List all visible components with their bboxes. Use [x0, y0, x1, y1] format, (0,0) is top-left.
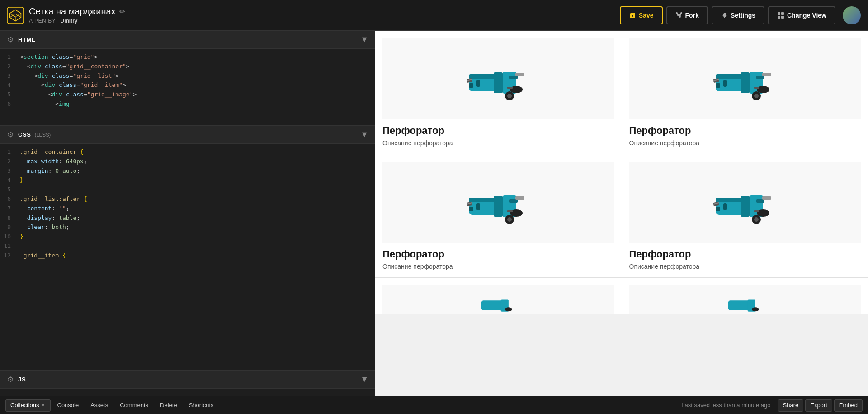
shortcuts-button[interactable]: Shortcuts: [184, 399, 219, 412]
product-image: [713, 47, 777, 110]
code-line: display: table;: [20, 214, 371, 223]
code-line: }: [20, 176, 371, 185]
code-line: <div class="grid__image">: [20, 90, 371, 100]
preview-row: Перфоратор Описание перфоратора: [375, 31, 868, 154]
css-code-content[interactable]: .grid__container { max-width: 640px; mar…: [16, 144, 375, 370]
html-collapse-button[interactable]: ▼: [360, 35, 368, 44]
comments-label: Comments: [120, 402, 148, 409]
assets-label: Assets: [90, 402, 108, 409]
topbar-actions: Save Fork Settings Change View: [620, 6, 861, 24]
svg-rect-46: [476, 203, 480, 210]
editor-panel: ⚙ HTML ▼ 123456 <section class="grid"> <…: [0, 31, 375, 396]
assets-button[interactable]: Assets: [85, 399, 113, 412]
delete-button[interactable]: Delete: [155, 399, 182, 412]
svg-rect-5: [631, 13, 633, 14]
product-desc: Описание перфоратора: [629, 263, 861, 270]
svg-rect-32: [723, 80, 727, 87]
svg-rect-18: [476, 80, 480, 87]
save-button[interactable]: Save: [620, 6, 663, 24]
settings-button[interactable]: Settings: [712, 6, 764, 24]
product-title: Перфоратор: [629, 248, 861, 260]
css-editor-section: ⚙ CSS (LESS) ▼ 123456 789101112 .grid__c…: [0, 126, 375, 371]
svg-rect-59: [741, 196, 750, 217]
svg-point-23: [507, 94, 512, 98]
product-item: [622, 278, 868, 314]
code-line: [20, 242, 371, 251]
js-gear-icon[interactable]: ⚙: [6, 376, 14, 384]
product-image-area: [382, 38, 614, 119]
main-area: ⚙ HTML ▼ 123456 <section class="grid"> <…: [0, 31, 868, 396]
avatar[interactable]: [843, 6, 861, 24]
html-section-header: ⚙ HTML ▼: [0, 31, 375, 49]
embed-button[interactable]: Embed: [834, 399, 863, 412]
code-line: [20, 185, 371, 195]
product-image: [480, 285, 516, 314]
css-line-numbers: 123456 789101112: [0, 144, 16, 370]
edit-title-icon[interactable]: ✏: [119, 7, 125, 16]
svg-point-37: [754, 94, 759, 98]
code-line: <div class="grid__item">: [20, 81, 371, 90]
collections-button[interactable]: Collections ▼: [5, 399, 51, 412]
svg-rect-13: [509, 76, 518, 79]
html-line-numbers: 123456: [0, 49, 16, 125]
svg-rect-56: [762, 196, 771, 200]
svg-rect-33: [716, 83, 720, 88]
svg-rect-16: [507, 87, 513, 89]
export-label: Export: [810, 402, 827, 409]
bottombar: Collections ▼ Console Assets Comments De…: [0, 396, 868, 414]
share-button[interactable]: Share: [778, 399, 804, 412]
change-view-button[interactable]: Change View: [768, 6, 835, 24]
console-button[interactable]: Console: [52, 399, 84, 412]
embed-label: Embed: [839, 402, 858, 409]
product-image-area: [629, 285, 861, 314]
code-line: .grid__item {: [20, 251, 371, 261]
html-code-area[interactable]: 123456 <section class="grid"> <div class…: [0, 49, 375, 125]
product-desc: Описание перфоратора: [382, 139, 614, 147]
svg-point-71: [752, 307, 759, 311]
pen-subtitle: A PEN BY Dmitry: [29, 18, 620, 24]
css-collapse-button[interactable]: ▼: [360, 130, 368, 139]
save-icon: [629, 12, 636, 19]
svg-rect-31: [741, 72, 750, 93]
svg-rect-17: [494, 72, 503, 93]
code-line: margin: 0 auto;: [20, 167, 371, 176]
product-image: [727, 285, 763, 314]
title-area: Сетка на марджинах ✏ A PEN BY Dmitry: [29, 6, 620, 24]
product-image-area: [382, 285, 614, 314]
code-line: <div class="grid__list">: [20, 71, 371, 81]
export-button[interactable]: Export: [805, 399, 832, 412]
product-image: [467, 171, 530, 234]
product-title: Перфоратор: [382, 248, 614, 260]
preview-row: Перфоратор Описание перфоратора: [375, 154, 868, 278]
svg-point-65: [754, 217, 759, 222]
product-image: [713, 171, 777, 234]
fork-button[interactable]: Fork: [666, 6, 708, 24]
svg-rect-55: [756, 199, 764, 203]
js-collapse-button[interactable]: ▼: [360, 375, 368, 384]
svg-rect-7: [781, 12, 784, 15]
css-gear-icon[interactable]: ⚙: [6, 131, 14, 139]
js-editor-section: ⚙ JS ▼: [0, 371, 375, 396]
code-line: <section class="grid">: [20, 52, 371, 62]
svg-rect-6: [778, 12, 780, 15]
svg-rect-45: [494, 196, 503, 217]
product-item: Перфоратор Описание перфоратора: [622, 31, 868, 154]
change-view-icon: [777, 12, 784, 19]
svg-rect-28: [762, 73, 771, 76]
pen-by-label: A PEN BY: [29, 18, 56, 24]
html-gear-icon[interactable]: ⚙: [6, 36, 14, 44]
author-name[interactable]: Dmitry: [61, 18, 78, 24]
svg-rect-19: [469, 83, 473, 88]
product-item: Перфоратор Описание перфоратора: [375, 154, 622, 277]
html-code-content[interactable]: <section class="grid"> <div class="grid_…: [16, 49, 375, 125]
code-line: clear: both;: [20, 223, 371, 232]
svg-rect-30: [754, 87, 760, 89]
svg-rect-61: [716, 207, 720, 211]
product-image-area: [629, 38, 861, 119]
fork-icon: [675, 12, 683, 19]
comments-button[interactable]: Comments: [115, 399, 153, 412]
css-code-area[interactable]: 123456 789101112 .grid__container { max-…: [0, 144, 375, 370]
console-label: Console: [57, 402, 79, 409]
code-line: }: [20, 232, 371, 242]
code-line: content: "";: [20, 204, 371, 214]
